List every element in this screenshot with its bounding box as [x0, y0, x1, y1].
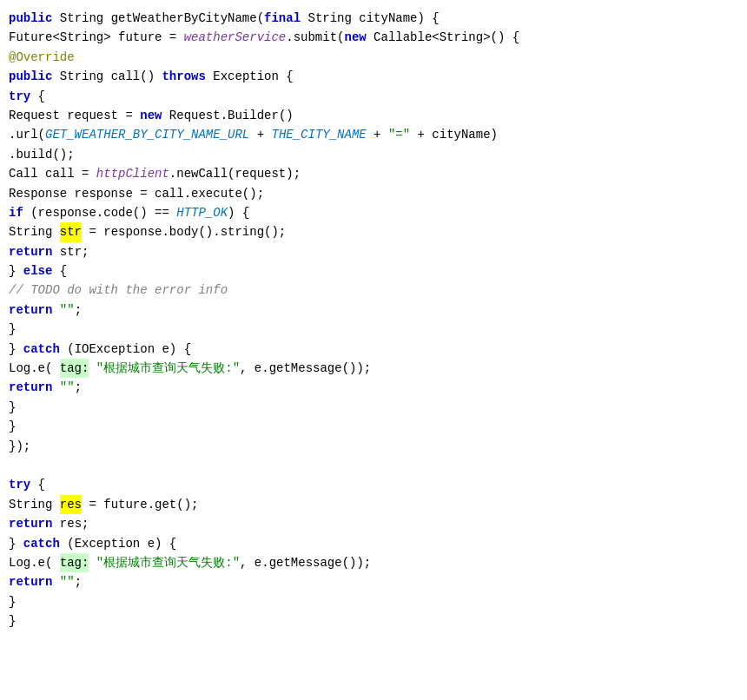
keyword: return — [9, 572, 52, 591]
highlighted-var: str — [60, 222, 82, 241]
code-text: } — [9, 398, 16, 417]
code-text: { — [30, 87, 45, 106]
code-text: } — [9, 261, 23, 281]
code-text: } — [9, 320, 16, 339]
code-text: Request.Builder() — [162, 106, 293, 125]
code-text: + — [249, 125, 271, 144]
code-text: , e.getMessage()); — [240, 359, 371, 378]
code-line: return ""; — [0, 300, 747, 320]
code-line: Log.e( tag: "根据城市查询天气失败:", e.getMessage(… — [0, 553, 747, 572]
code-text: Log.e( — [9, 359, 60, 378]
code-text: String — [9, 495, 60, 514]
code-line: public String getWeatherByCityName(final… — [0, 9, 747, 28]
code-text: { — [30, 475, 45, 494]
code-text: String — [9, 222, 60, 241]
code-line: return ""; — [0, 572, 747, 591]
code-line: } catch (IOException e) { — [0, 340, 747, 359]
code-text: } — [9, 534, 23, 553]
code-text: Call call = — [9, 164, 96, 183]
code-text: { — [52, 261, 67, 281]
code-text: .submit( — [286, 28, 344, 47]
code-text: } — [9, 592, 16, 611]
code-line: try { — [0, 475, 747, 494]
code-line: Call call = httpClient.newCall(request); — [0, 164, 747, 183]
keyword: final — [264, 9, 301, 28]
string-literal: "=" — [388, 125, 410, 144]
code-line: return str; — [0, 242, 747, 261]
keyword: new — [344, 28, 366, 47]
code-text: }); — [9, 437, 30, 456]
code-line: } — [0, 320, 747, 339]
code-block: public String getWeatherByCityName(final… — [0, 9, 747, 631]
code-text: .newCall(request); — [169, 164, 301, 183]
keyword: throws — [162, 67, 205, 86]
code-line: }); — [0, 437, 747, 456]
code-line: Future<String> future = weatherService.s… — [0, 28, 747, 47]
code-line: } else { — [0, 261, 747, 281]
highlighted-param: tag: — [60, 553, 89, 572]
code-text: Request request = — [9, 106, 140, 125]
code-container: public String getWeatherByCityName(final… — [0, 0, 747, 700]
annotation: @Override — [9, 48, 75, 67]
code-line: .build(); — [0, 145, 747, 164]
string-literal: "" — [52, 378, 74, 397]
comment: // TODO do with the error info — [9, 281, 228, 300]
code-text: str; — [52, 242, 89, 261]
keyword: public — [9, 9, 52, 28]
code-line: String str = response.body().string(); — [0, 222, 747, 241]
code-line: return res; — [0, 514, 747, 533]
code-text: ; — [75, 300, 82, 320]
code-line: Log.e( tag: "根据城市查询天气失败:", e.getMessage(… — [0, 359, 747, 378]
code-text: (IOException e) { — [60, 340, 191, 359]
code-text: } — [9, 611, 16, 631]
code-text: } — [9, 417, 16, 436]
constant: HTTP_OK — [176, 203, 228, 222]
keyword: try — [9, 475, 30, 494]
code-text: Future<String> future = — [9, 28, 184, 47]
keyword: new — [140, 106, 162, 125]
code-text: = response.body().string(); — [82, 222, 286, 241]
code-text: } — [9, 340, 23, 359]
code-text: Response response = call.execute(); — [9, 184, 264, 203]
keyword: return — [9, 514, 52, 533]
code-text: String getWeatherByCityName( — [52, 9, 264, 28]
code-line: String res = future.get(); — [0, 495, 747, 514]
keyword: public — [9, 67, 52, 86]
code-text: , e.getMessage()); — [240, 553, 371, 572]
code-line: if (response.code() == HTTP_OK) { — [0, 203, 747, 222]
code-line: try { — [0, 87, 747, 106]
code-text: (Exception e) { — [60, 534, 176, 553]
code-line: // TODO do with the error info — [0, 281, 747, 300]
code-line: } — [0, 611, 747, 631]
keyword: else — [23, 261, 53, 281]
code-text: (response.code() == — [23, 203, 176, 222]
keyword: return — [9, 300, 52, 320]
keyword: if — [9, 203, 23, 222]
constant: GET_WEATHER_BY_CITY_NAME_URL — [45, 125, 249, 144]
code-text: Exception { — [206, 67, 294, 86]
string-literal: "根据城市查询天气失败:" — [96, 359, 240, 378]
highlighted-var: res — [60, 495, 82, 514]
code-text: .build(); — [9, 145, 75, 164]
string-literal: "根据城市查询天气失败:" — [96, 553, 240, 572]
code-line: } — [0, 592, 747, 611]
code-text — [89, 553, 96, 572]
code-line: return ""; — [0, 378, 747, 397]
code-line: Response response = call.execute(); — [0, 184, 747, 203]
code-text: ; — [75, 378, 82, 397]
code-text: Log.e( — [9, 553, 60, 572]
keyword: catch — [23, 340, 60, 359]
code-text: res; — [52, 514, 89, 533]
keyword: return — [9, 378, 52, 397]
string-literal: "" — [52, 572, 74, 591]
code-text: Callable<String>() { — [367, 28, 519, 47]
constant: THE_CITY_NAME — [271, 125, 366, 144]
keyword: try — [9, 87, 30, 106]
code-text: String cityName) { — [301, 9, 440, 28]
italic-purple: weatherService — [184, 28, 287, 47]
code-text: String call() — [52, 67, 162, 86]
code-line: } catch (Exception e) { — [0, 534, 747, 553]
code-text: + — [367, 125, 388, 144]
code-line — [0, 456, 747, 475]
italic-purple: httpClient — [96, 164, 169, 183]
